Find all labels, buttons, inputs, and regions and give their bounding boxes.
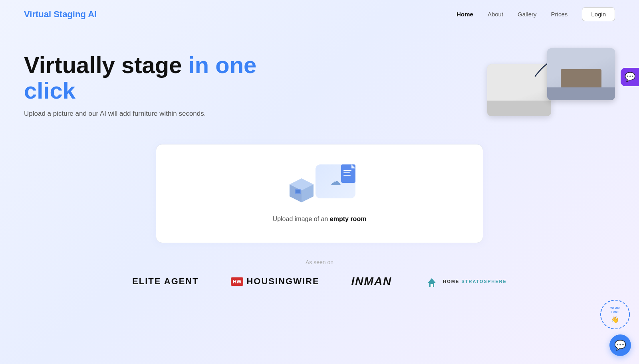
side-chat-widget[interactable]: 💬: [621, 68, 639, 86]
nav-link-gallery[interactable]: Gallery: [518, 11, 537, 18]
home-stratosphere-icon: [424, 275, 440, 288]
upload-dropzone[interactable]: ☁ Upload image of an empty room: [156, 144, 483, 243]
cube-icon: [288, 176, 316, 204]
brand-elite-agent: ELITE AGENT: [132, 276, 199, 287]
hero-title-prefix: Virtually stage: [24, 52, 189, 78]
housingwire-text: HOUSINGWIRE: [246, 276, 319, 287]
svg-text:Here!: Here!: [611, 311, 619, 313]
hero-image-area: [487, 48, 615, 128]
upload-section: ☁ Upload image of an empty room: [0, 128, 639, 255]
nav-link-home[interactable]: Home: [456, 11, 473, 18]
hero-section: Virtually stage in one click Upload a pi…: [0, 28, 639, 128]
document-icon: [341, 164, 355, 183]
navbar: Virtual Staging AI Home About Gallery Pr…: [0, 0, 639, 28]
cloud-icon: ☁: [330, 175, 341, 188]
elite-agent-text: ELITE AGENT: [132, 276, 199, 286]
hero-subtitle: Upload a picture and our AI will add fur…: [24, 110, 304, 118]
inman-text: inman: [351, 275, 392, 287]
brand-inman: inman: [351, 275, 392, 288]
chat-bubble-button[interactable]: 💬: [609, 334, 631, 356]
chat-bubble-icon: 💬: [614, 340, 626, 351]
upload-label-prefix: Upload image of an: [273, 216, 330, 222]
brand-housingwire: HW HOUSINGWIRE: [231, 276, 320, 287]
bottom-chat-widget: We Are Here! 👋 💬: [599, 299, 631, 356]
svg-rect-5: [296, 190, 300, 193]
side-chat-icon: 💬: [625, 72, 635, 82]
logo-text: Virtual Staging: [24, 9, 88, 19]
svg-point-9: [601, 300, 629, 329]
we-are-here-badge: We Are Here! 👋: [599, 299, 631, 332]
hero-title: Virtually stage in one click: [24, 52, 304, 103]
upload-icon-area: ☁: [284, 164, 355, 208]
upload-label: Upload image of an empty room: [273, 216, 367, 223]
as-seen-on-section: As seen on ELITE AGENT HW HOUSINGWIRE in…: [0, 255, 639, 296]
nav-links: Home About Gallery Prices Login: [456, 7, 615, 21]
we-are-here-circle: We Are Here! 👋: [599, 299, 631, 330]
svg-rect-8: [431, 284, 433, 287]
as-seen-on-label: As seen on: [0, 259, 639, 265]
svg-marker-6: [428, 278, 436, 283]
logo[interactable]: Virtual Staging AI: [24, 9, 97, 20]
brand-logos-row: ELITE AGENT HW HOUSINGWIRE inman HOME ST…: [0, 275, 639, 288]
login-button[interactable]: Login: [582, 7, 615, 21]
upload-label-bold: empty room: [330, 216, 367, 222]
hw-badge: HW: [231, 277, 244, 286]
nav-link-prices[interactable]: Prices: [551, 11, 568, 18]
svg-text:👋: 👋: [611, 316, 619, 323]
brand-home-stratosphere: HOME STRATOSPHERE: [424, 275, 507, 288]
nav-link-about[interactable]: About: [488, 11, 503, 18]
logo-highlight: AI: [88, 9, 97, 19]
hero-text: Virtually stage in one click Upload a pi…: [24, 52, 304, 118]
svg-text:We Are: We Are: [610, 307, 620, 309]
after-room-image: [547, 48, 615, 100]
